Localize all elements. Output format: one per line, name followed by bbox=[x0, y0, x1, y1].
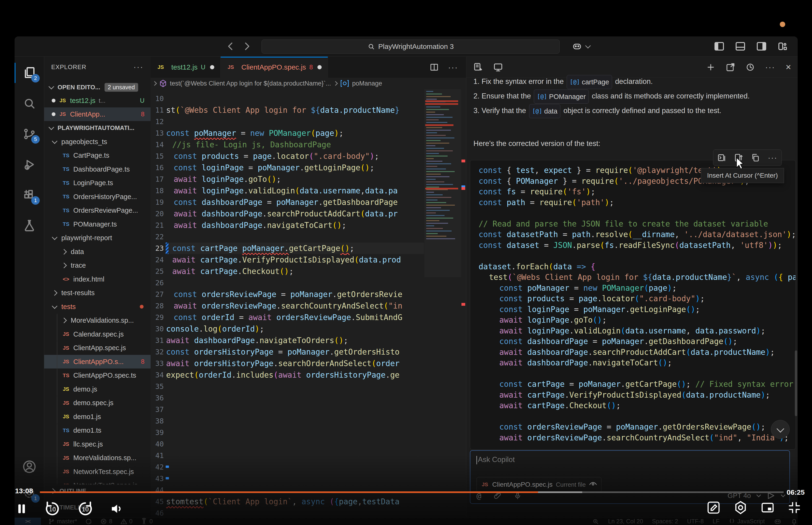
status-language[interactable]: JavaScript bbox=[729, 518, 765, 525]
open-editor-item[interactable]: JSClientApp...8 bbox=[44, 107, 151, 121]
inline-code-chip[interactable]: [@]data bbox=[529, 104, 561, 118]
status-sync[interactable] bbox=[85, 518, 92, 525]
breadcrumb[interactable]: test(`@Webs Client App login for ${data.… bbox=[151, 78, 466, 89]
tree-item[interactable]: TSCartPage.ts bbox=[44, 149, 151, 162]
explorer-more-icon[interactable]: ··· bbox=[134, 62, 143, 72]
activity-extensions[interactable]: 1 bbox=[15, 182, 44, 208]
status-cursor-position[interactable]: Ln 23, Col 20 bbox=[608, 518, 643, 525]
activity-explorer[interactable]: 2 bbox=[15, 60, 44, 86]
eye-icon[interactable] bbox=[589, 481, 597, 489]
tree-item[interactable]: JSMoreValidations.sp... bbox=[44, 451, 151, 465]
tree-item[interactable]: JSdemo1.js bbox=[44, 410, 151, 423]
tree-item[interactable]: TSdemo1.ts bbox=[44, 424, 151, 437]
status-eol[interactable]: LF bbox=[713, 518, 719, 525]
status-copilot[interactable] bbox=[774, 516, 782, 525]
open-editor-item[interactable]: JStest12.jst...U bbox=[44, 94, 151, 107]
tree-item[interactable]: data bbox=[44, 245, 151, 258]
volume-button[interactable] bbox=[109, 502, 124, 516]
minimap[interactable] bbox=[424, 89, 461, 277]
tree-item[interactable]: JSllc.spec.js bbox=[44, 437, 151, 451]
status-ports[interactable]: 0 bbox=[140, 518, 153, 525]
activity-source-control[interactable]: 5 bbox=[15, 121, 44, 147]
fullscreen-button[interactable] bbox=[787, 500, 802, 515]
code-block-more-icon[interactable]: ··· bbox=[768, 153, 778, 162]
code-line: 40 bbox=[151, 438, 466, 450]
toggle-sidebar-icon[interactable] bbox=[714, 41, 725, 52]
inline-code-chip[interactable]: [@]POManager bbox=[534, 90, 589, 104]
status-notifications[interactable] bbox=[791, 518, 798, 525]
chat-history-icon[interactable] bbox=[746, 62, 755, 72]
tree-item[interactable]: <>index.html bbox=[44, 272, 151, 286]
toggle-secondary-sidebar-icon[interactable] bbox=[756, 41, 767, 52]
file-name: POManager.ts bbox=[73, 221, 117, 228]
scroll-to-bottom-button[interactable] bbox=[771, 420, 790, 439]
outline-section-header[interactable]: OUTLINE bbox=[44, 484, 151, 497]
chat-more-icon[interactable]: ··· bbox=[765, 62, 775, 72]
project-section-header[interactable]: PLAYWRIGHTAUTOMATI... bbox=[44, 121, 151, 134]
code-line: 35 bbox=[151, 381, 466, 392]
picture-in-picture-button[interactable] bbox=[760, 500, 775, 515]
activity-testing[interactable] bbox=[15, 213, 44, 239]
pause-button[interactable] bbox=[15, 502, 28, 515]
attach-icon[interactable] bbox=[493, 492, 501, 500]
tree-item[interactable]: TSOrdersHistoryPage... bbox=[44, 190, 151, 204]
tree-item[interactable]: TSLoginPage.ts bbox=[44, 176, 151, 190]
activity-accounts[interactable] bbox=[15, 454, 44, 480]
back-arrow-icon[interactable] bbox=[225, 41, 236, 52]
panel-scrollbar[interactable] bbox=[795, 350, 797, 416]
split-editor-icon[interactable] bbox=[430, 63, 439, 72]
open-editors-header[interactable]: OPEN EDITO... 2 unsaved bbox=[44, 80, 151, 94]
tree-item[interactable]: test-results bbox=[44, 286, 151, 300]
file-name: ClientAppPO.s... bbox=[73, 358, 124, 366]
chat-edits-icon[interactable] bbox=[473, 62, 483, 72]
forward-arrow-icon[interactable] bbox=[241, 41, 252, 52]
tree-item[interactable]: TSDashboardPage.ts bbox=[44, 162, 151, 176]
status-warnings[interactable]: 0 bbox=[120, 518, 133, 525]
tab-test12.js[interactable]: JStest12.jsU bbox=[151, 57, 220, 78]
customize-layout-icon[interactable] bbox=[777, 41, 788, 52]
tree-item[interactable]: JSCalendar.spec.js bbox=[44, 327, 151, 341]
rewind-10-button[interactable]: 10 bbox=[44, 500, 61, 518]
open-chat-in-editor-icon[interactable] bbox=[726, 62, 735, 72]
apply-in-editor-icon[interactable] bbox=[717, 153, 726, 162]
tree-item[interactable]: TSOrdersReviewPage... bbox=[44, 204, 151, 217]
tree-item[interactable]: TSClientAppPO.spec.ts bbox=[44, 369, 151, 382]
tree-item[interactable]: playwright-report bbox=[44, 231, 151, 245]
tab-ClientAppPO.spec.js[interactable]: JSClientAppPO.spec.js8 bbox=[220, 57, 328, 78]
remote-indicator[interactable]: >< bbox=[15, 518, 41, 525]
status-errors[interactable]: 8 bbox=[100, 518, 112, 525]
forward-10-button[interactable]: 10 bbox=[77, 500, 94, 518]
toggle-panel-icon[interactable] bbox=[735, 41, 746, 52]
tree-item[interactable]: pageobjects_ts bbox=[44, 135, 151, 149]
tree-item[interactable]: JSdemo.spec.js bbox=[44, 396, 151, 410]
chat-view-icon[interactable] bbox=[493, 62, 503, 72]
copilot-menu[interactable] bbox=[572, 41, 590, 51]
tree-item[interactable]: JSClientApp.spec.js bbox=[44, 341, 151, 355]
chat-input[interactable]: Ask Copilot JS ClientAppPO.spec.js Curre… bbox=[470, 450, 790, 504]
status-branch[interactable]: master* bbox=[48, 518, 77, 525]
editor-more-icon[interactable]: ··· bbox=[448, 63, 458, 72]
new-chat-icon[interactable] bbox=[706, 62, 716, 72]
command-center-search[interactable]: PlayWrightAutomation 3 bbox=[261, 40, 560, 54]
close-panel-icon[interactable]: × bbox=[786, 62, 791, 72]
tree-item[interactable]: trace bbox=[44, 259, 151, 272]
player-settings-button[interactable] bbox=[733, 500, 748, 515]
tree-item[interactable]: JSdemo.js bbox=[44, 382, 151, 396]
context-chip[interactable]: JS ClientAppPO.spec.js Current file bbox=[476, 477, 601, 492]
activity-search[interactable] bbox=[15, 90, 44, 116]
tree-item[interactable]: JSClientAppPO.s...8 bbox=[44, 355, 151, 369]
tree-item[interactable]: MoreValidations.sp... bbox=[44, 314, 151, 327]
tree-item[interactable]: TSPOManager.ts bbox=[44, 217, 151, 231]
inline-code-chip[interactable]: [@]cartPage bbox=[567, 75, 612, 89]
tree-item[interactable]: tests bbox=[44, 300, 151, 314]
status-indentation[interactable]: Spaces: 2 bbox=[652, 518, 678, 525]
status-encoding[interactable]: UTF-8 bbox=[687, 518, 704, 525]
mic-icon[interactable] bbox=[514, 492, 522, 500]
annotate-button[interactable] bbox=[706, 500, 721, 515]
copy-icon[interactable] bbox=[751, 153, 760, 162]
activity-run-and-debug[interactable] bbox=[15, 152, 44, 177]
tree-item[interactable]: JSNetworkTest.spec.js bbox=[44, 465, 151, 479]
video-progress-bar[interactable] bbox=[40, 491, 784, 493]
status-zoom[interactable] bbox=[592, 518, 599, 525]
code-editor[interactable]: 1011st(`@Webs Client App login for ${dat… bbox=[151, 89, 466, 518]
